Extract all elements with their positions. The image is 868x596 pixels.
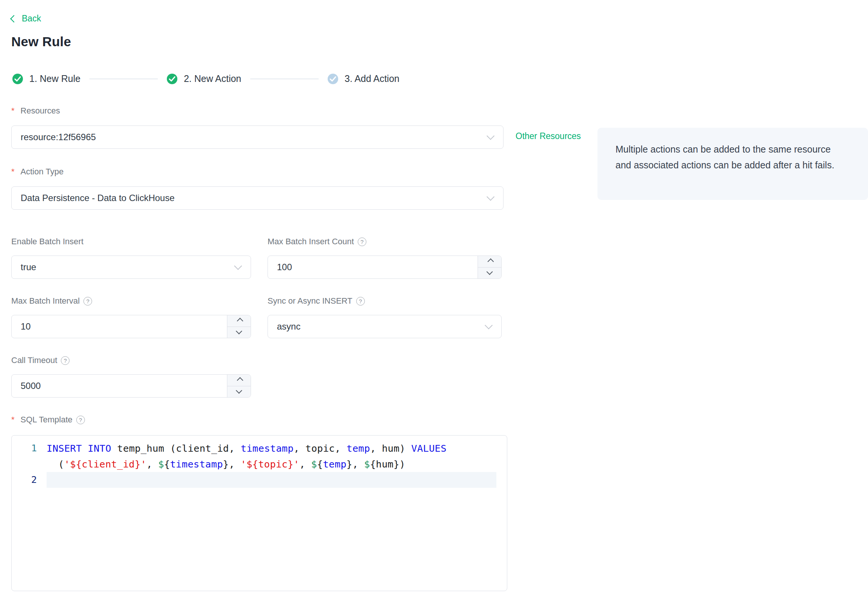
chevron-down-icon (236, 328, 242, 334)
max-batch-interval-input[interactable]: 10 (11, 315, 251, 338)
chevron-down-icon (234, 262, 242, 270)
action-type-select[interactable]: Data Persistence - Data to ClickHouse (11, 186, 504, 210)
max-batch-interval-label: Max Batch Interval ? (11, 296, 251, 306)
max-batch-insert-count-input[interactable]: 100 (268, 256, 502, 279)
chevron-down-icon (236, 387, 242, 394)
line-number (12, 456, 47, 472)
stepper-down-button[interactable] (227, 327, 251, 338)
call-timeout-value: 5000 (12, 381, 41, 391)
resources-label: * Resources (11, 106, 504, 116)
enable-batch-insert-label: Enable Batch Insert (11, 237, 251, 247)
line-number: 2 (12, 472, 47, 488)
sync-async-select[interactable]: async (268, 315, 502, 338)
other-resources-link[interactable]: Other Resources (516, 131, 581, 141)
resources-label-text: Resources (21, 106, 60, 116)
info-box-text: Multiple actions can be added to the sam… (615, 141, 845, 173)
help-icon[interactable]: ? (358, 237, 366, 246)
new-rule-page: Back New Rule 1. New Rule 2. New Action … (0, 0, 868, 596)
code-line[interactable]: INSERT INTO temp_hum (client_id, timesta… (47, 440, 507, 456)
number-stepper (227, 375, 251, 397)
check-circle-icon (12, 74, 23, 84)
max-batch-interval-value: 10 (12, 321, 31, 332)
back-link[interactable]: Back (11, 14, 41, 24)
step-label: 3. Add Action (345, 73, 399, 84)
max-batch-interval-label-text: Max Batch Interval (11, 296, 80, 306)
back-chevron-icon (10, 15, 18, 23)
action-type-label: * Action Type (11, 167, 504, 177)
max-batch-insert-count-value: 100 (268, 262, 292, 272)
max-batch-insert-count-label-text: Max Batch Insert Count (268, 237, 354, 247)
stepper-up-button[interactable] (227, 375, 251, 386)
code-row: 2 (12, 472, 507, 488)
line-number: 1 (12, 440, 47, 456)
number-stepper (478, 256, 501, 278)
required-asterisk: * (11, 167, 15, 177)
code-row: 1INSERT INTO temp_hum (client_id, timest… (12, 440, 507, 456)
step-connector (89, 79, 158, 79)
chevron-down-icon (487, 269, 493, 275)
enable-batch-insert-label-text: Enable Batch Insert (11, 237, 83, 247)
check-circle-icon (328, 74, 338, 84)
call-timeout-label-text: Call Timeout (11, 355, 57, 365)
page-title: New Rule (11, 34, 868, 49)
help-icon[interactable]: ? (61, 356, 70, 365)
step-connector (250, 79, 319, 79)
number-stepper (227, 315, 251, 338)
resources-value: resource:12f56965 (12, 132, 96, 142)
step-label: 1. New Rule (29, 73, 80, 84)
required-asterisk: * (11, 106, 15, 116)
chevron-up-icon (237, 377, 243, 383)
info-box: Multiple actions can be added to the sam… (597, 128, 868, 200)
code-line[interactable] (47, 472, 496, 488)
chevron-up-icon (237, 318, 243, 324)
sync-async-label-text: Sync or Async INSERT (268, 296, 352, 306)
chevron-down-icon (487, 132, 494, 140)
enable-batch-insert-value: true (12, 262, 36, 272)
call-timeout-label: Call Timeout ? (11, 355, 504, 365)
call-timeout-input[interactable]: 5000 (11, 374, 251, 398)
sync-async-value: async (268, 321, 301, 332)
help-icon[interactable]: ? (76, 416, 85, 424)
stepper-up-button[interactable] (478, 256, 501, 268)
help-icon[interactable]: ? (356, 297, 365, 306)
sync-async-label: Sync or Async INSERT ? (268, 296, 502, 306)
rule-form: * Resources resource:12f56965 * Action T… (11, 106, 504, 425)
step-add-action[interactable]: 3. Add Action (328, 73, 399, 84)
enable-batch-insert-select[interactable]: true (11, 256, 251, 279)
check-circle-icon (167, 74, 177, 84)
action-type-value: Data Persistence - Data to ClickHouse (12, 193, 175, 203)
step-label: 2. New Action (184, 73, 241, 84)
chevron-up-icon (487, 258, 494, 265)
chevron-down-icon (487, 193, 494, 201)
sql-template-label-text: SQL Template (21, 415, 73, 425)
code-row: ('${client_id}', ${timestamp}, '${topic}… (12, 456, 507, 472)
help-icon[interactable]: ? (83, 297, 92, 306)
stepper-up-button[interactable] (227, 315, 251, 327)
step-new-action[interactable]: 2. New Action (167, 73, 241, 84)
wizard-steps: 1. New Rule 2. New Action 3. Add Action (12, 73, 868, 84)
sql-editor-rows: 1INSERT INTO temp_hum (client_id, timest… (12, 440, 507, 488)
code-line[interactable]: ('${client_id}', ${timestamp}, '${topic}… (47, 456, 507, 472)
stepper-down-button[interactable] (478, 268, 501, 279)
stepper-down-button[interactable] (227, 386, 251, 398)
action-type-label-text: Action Type (21, 167, 64, 177)
required-asterisk: * (11, 415, 15, 425)
back-label: Back (22, 14, 41, 24)
step-new-rule[interactable]: 1. New Rule (12, 73, 80, 84)
sql-template-editor[interactable]: 1INSERT INTO temp_hum (client_id, timest… (11, 435, 507, 591)
chevron-down-icon (485, 321, 493, 329)
max-batch-insert-count-label: Max Batch Insert Count ? (268, 237, 502, 247)
sql-template-label: * SQL Template ? (11, 415, 504, 425)
resources-select[interactable]: resource:12f56965 (11, 126, 504, 149)
